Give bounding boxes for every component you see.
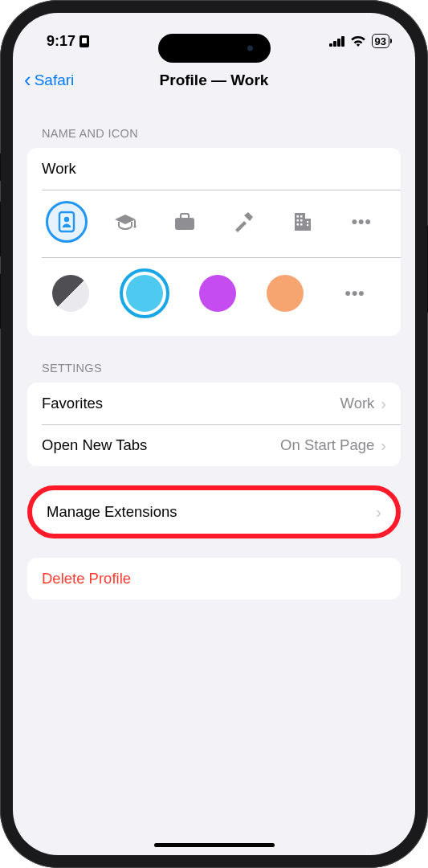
dynamic-island [158,34,271,63]
home-indicator[interactable] [154,843,275,847]
svg-rect-11 [300,223,303,226]
delete-profile-label: Delete Profile [42,570,131,588]
settings-card: Favorites Work › Open New Tabs On Start … [27,383,401,466]
favorites-row[interactable]: Favorites Work › [27,383,401,424]
color-option-cyan[interactable] [120,268,169,318]
svg-rect-8 [296,219,299,222]
icon-option-hammer[interactable] [222,201,264,243]
cellular-icon [329,36,344,47]
status-time: 9:17 [47,33,75,50]
manage-extensions-card: Manage Extensions › [27,485,401,538]
sim-icon [79,35,89,47]
svg-rect-6 [296,215,299,218]
screen: 9:17 93 ‹ Safari Profile — Work NAME AND [13,13,415,855]
profile-name-field[interactable]: Work [27,148,401,190]
open-new-tabs-value: On Start Page [280,436,374,454]
icon-option-building[interactable] [282,201,324,243]
back-label: Safari [35,72,75,89]
icon-option-graduation[interactable] [104,201,146,243]
favorites-value: Work [340,395,375,412]
manage-extensions-row[interactable]: Manage Extensions › [32,490,396,534]
chevron-left-icon: ‹ [24,69,31,90]
ellipsis-icon: ••• [352,212,372,231]
color-option-more[interactable]: ••• [334,272,376,314]
wifi-icon [350,35,366,47]
chevron-right-icon: › [381,436,386,455]
svg-rect-13 [307,224,308,226]
svg-point-1 [64,217,69,222]
profile-name-value: Work [42,160,76,178]
volume-down [0,273,1,330]
svg-rect-10 [296,223,299,226]
svg-rect-7 [300,215,303,218]
svg-rect-4 [295,213,305,231]
chevron-right-icon: › [381,395,386,413]
section-header-name-icon: NAME AND ICON [27,101,401,148]
open-new-tabs-label: Open New Tabs [42,436,147,454]
back-button[interactable]: ‹ Safari [13,72,74,90]
icon-option-badge[interactable] [46,201,88,243]
section-header-settings: SETTINGS [27,336,401,383]
color-picker-row: ••• [27,257,401,336]
svg-rect-3 [175,218,194,230]
phone-frame: 9:17 93 ‹ Safari Profile — Work NAME AND [0,0,428,868]
icon-picker-row: ••• [27,190,401,257]
color-option-purple[interactable] [199,275,236,312]
battery-icon: 93 [372,34,389,48]
ellipsis-icon: ••• [345,284,365,303]
mute-switch [0,153,1,182]
delete-profile-card: Delete Profile [27,558,401,600]
icon-option-briefcase[interactable] [164,201,206,243]
volume-up [0,201,1,257]
nav-bar: ‹ Safari Profile — Work [13,59,415,101]
icon-option-more[interactable]: ••• [340,201,382,243]
svg-rect-12 [307,221,308,223]
color-option-monochrome[interactable] [52,275,89,312]
chevron-right-icon: › [376,503,381,522]
name-icon-card: Work [27,148,401,336]
delete-profile-row[interactable]: Delete Profile [27,558,401,600]
svg-point-2 [134,225,137,227]
svg-rect-9 [300,219,303,222]
open-new-tabs-row[interactable]: Open New Tabs On Start Page › [27,424,401,466]
color-option-orange[interactable] [267,275,304,312]
manage-extensions-label: Manage Extensions [47,503,177,521]
favorites-label: Favorites [42,395,103,412]
